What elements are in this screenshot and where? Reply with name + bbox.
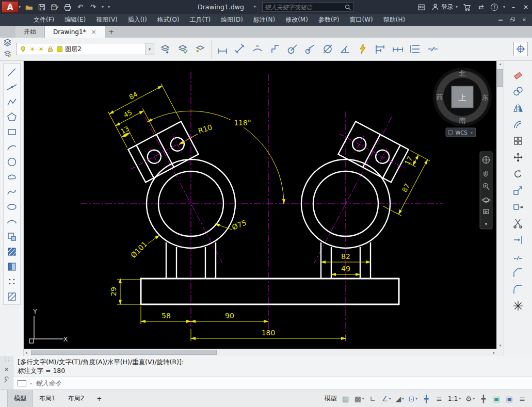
rotate-tool-button[interactable]	[512, 168, 524, 181]
menu-modify[interactable]: 修改(M)	[280, 14, 313, 26]
scale-caret-icon[interactable]: ▾	[459, 397, 461, 401]
dim-label-87[interactable]: 87	[400, 182, 411, 193]
line-tool-button[interactable]	[4, 64, 20, 79]
polyline-tool-button[interactable]	[4, 94, 20, 109]
snap-mode-button[interactable]: ▩▾	[353, 392, 366, 405]
model-space-canvas[interactable]: 84 45 13 17 87	[24, 61, 496, 349]
right-bracket-geometry[interactable]: 17 87	[319, 118, 430, 216]
explode-tool-button[interactable]	[512, 300, 524, 313]
offset-tool-button[interactable]	[512, 119, 524, 132]
menu-help[interactable]: 帮助(H)	[378, 14, 410, 26]
horizontal-scroll-thumb[interactable]	[31, 350, 217, 355]
move-tool-button[interactable]	[512, 152, 524, 165]
ellipse-tool-button[interactable]	[4, 199, 20, 214]
model-space-button[interactable]: 模型	[323, 392, 338, 405]
dim-space-button[interactable]	[409, 42, 422, 56]
menu-dimension[interactable]: 标注(N)	[248, 14, 280, 26]
command-input-row[interactable]: ▾	[13, 377, 532, 389]
rectangle-tool-button[interactable]	[4, 124, 20, 139]
lineweight-button[interactable]: ≡	[433, 392, 445, 405]
doc-minimize-button[interactable]	[495, 15, 506, 25]
circle-tool-button[interactable]	[4, 154, 20, 169]
compass-south-label[interactable]: 南	[459, 117, 466, 124]
dim-ordinate-button[interactable]	[268, 42, 282, 56]
command-prompt-icon[interactable]	[18, 380, 26, 386]
navbar-caret-icon[interactable]: ▾	[485, 222, 487, 226]
save-button[interactable]	[37, 3, 46, 11]
sign-in-button[interactable]: 登录 ▾	[431, 3, 458, 11]
command-grip-icon[interactable]: ⋮⋮	[4, 357, 10, 363]
object-snap-button[interactable]: ⊡▾	[407, 392, 419, 405]
dim-label-118deg[interactable]: 118°	[234, 119, 251, 127]
isodraft-button[interactable]: ◢▾	[394, 392, 406, 405]
layer-thaw-icon[interactable]: ☀	[29, 46, 36, 53]
layer-dropdown-caret-icon[interactable]: ▾	[145, 43, 154, 55]
scroll-left-icon[interactable]: ◂	[25, 351, 27, 355]
dim-label-45[interactable]: 45	[122, 108, 134, 119]
doc-restore-button[interactable]	[507, 15, 518, 25]
arc-tool-button[interactable]	[4, 139, 20, 154]
match-layer-button[interactable]	[176, 42, 189, 56]
revcloud-tool-button[interactable]	[4, 169, 20, 184]
dim-angular-button[interactable]	[338, 42, 352, 56]
redo-button[interactable]: ↷	[89, 3, 98, 11]
osnap-caret-icon[interactable]: ▾	[416, 397, 418, 401]
menu-window[interactable]: 窗口(W)	[345, 14, 378, 26]
left-bracket-geometry[interactable]: 84 45 13	[99, 74, 205, 186]
command-prompt-caret-icon[interactable]: ▾	[30, 381, 32, 386]
viewcube[interactable]: 北 西 东 南 上	[433, 68, 492, 126]
scroll-down-icon[interactable]: ▾	[499, 344, 502, 348]
compass-north-label[interactable]: 北	[459, 70, 466, 77]
dim-arc-length-button[interactable]	[251, 42, 264, 56]
extend-tool-button[interactable]	[512, 234, 524, 247]
layout2-tab[interactable]: 布局2	[62, 390, 91, 407]
command-input[interactable]	[36, 380, 190, 387]
undo-button[interactable]: ↶	[76, 3, 85, 11]
tab-start[interactable]: 开始	[15, 26, 45, 38]
app-close-button[interactable]: ✕	[520, 1, 532, 14]
menu-view[interactable]: 视图(V)	[91, 14, 123, 26]
layer-previous-button[interactable]	[194, 42, 207, 56]
dim-label-90[interactable]: 90	[225, 312, 234, 320]
new-tab-button[interactable]: +	[105, 26, 118, 38]
workspace-caret-icon[interactable]: ▾	[473, 397, 475, 401]
dim-linear-button[interactable]	[216, 42, 229, 56]
menu-tools[interactable]: 工具(T)	[185, 14, 216, 26]
app-store-button[interactable]	[463, 3, 472, 11]
ellipse-arc-tool-button[interactable]	[4, 214, 20, 229]
dim-label-dia75[interactable]: Ø75	[231, 218, 248, 232]
center-mark-button[interactable]	[513, 42, 528, 56]
insert-block-tool-button[interactable]	[4, 229, 20, 244]
dim-aligned-button[interactable]	[233, 42, 247, 56]
menu-edit[interactable]: 编辑(E)	[59, 14, 91, 26]
dim-continue-button[interactable]	[391, 42, 405, 56]
menu-format[interactable]: 格式(O)	[152, 14, 185, 26]
stretch-tool-button[interactable]	[512, 201, 524, 214]
dim-diameter-button[interactable]	[321, 42, 334, 56]
menu-parametric[interactable]: 参数(P)	[313, 14, 345, 26]
dim-label-82[interactable]: 82	[341, 252, 350, 261]
command-history[interactable]: [多行文字(M)/文字(T)/角度(A)/水平(H)/垂直(V)/旋转(R)]:…	[13, 356, 532, 375]
redo-caret-icon[interactable]: ▾	[102, 5, 104, 9]
snap-caret-icon[interactable]: ▾	[362, 397, 364, 401]
layer-on-bulb-icon[interactable]	[19, 45, 27, 53]
main-geometry[interactable]	[141, 159, 399, 304]
point-tool-button[interactable]	[4, 274, 20, 289]
autocad-logo[interactable]: A	[2, 1, 19, 13]
new-layout-button[interactable]: +	[90, 390, 108, 407]
copy-tool-button[interactable]	[512, 86, 524, 99]
gradient-tool-button[interactable]	[4, 259, 20, 274]
dim-label-58[interactable]: 58	[162, 312, 171, 320]
ortho-mode-button[interactable]: ∟	[367, 392, 378, 405]
array-tool-button[interactable]	[512, 135, 524, 148]
infocenter-search[interactable]	[262, 2, 354, 12]
vertical-scrollbar[interactable]: ▴ ▾	[496, 61, 504, 349]
open-button[interactable]	[24, 3, 33, 11]
polygon-tool-button[interactable]	[4, 109, 20, 124]
layer-unlock-icon[interactable]	[46, 45, 54, 53]
search-icon[interactable]	[344, 4, 351, 11]
polar-caret-icon[interactable]: ▾	[389, 397, 391, 401]
dim-label-180[interactable]: 180	[262, 329, 276, 337]
drawing-viewport[interactable]: 84 45 13 17 87	[24, 61, 496, 349]
vertical-scroll-thumb[interactable]	[497, 69, 503, 87]
